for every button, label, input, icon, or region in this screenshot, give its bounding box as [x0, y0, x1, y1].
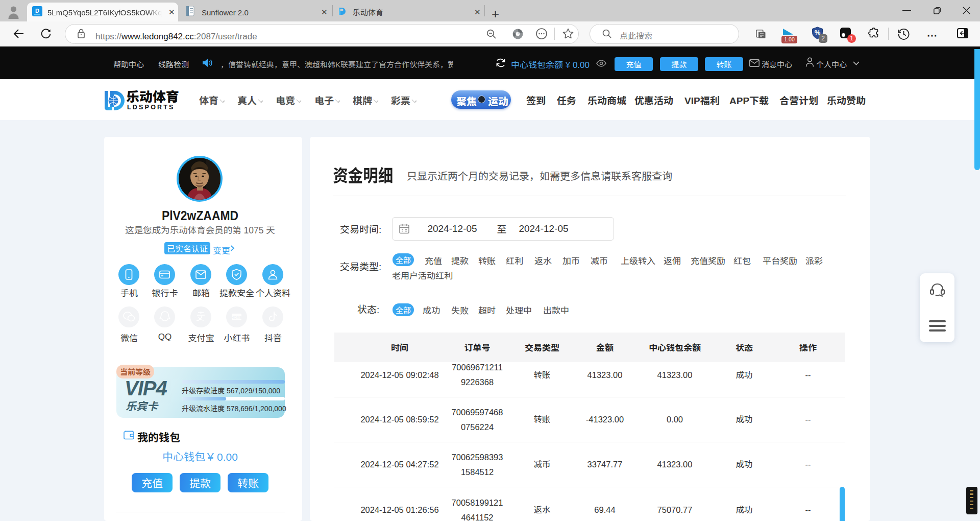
- svg-text:HOME: HOME: [231, 316, 242, 319]
- svg-text:D: D: [35, 8, 39, 14]
